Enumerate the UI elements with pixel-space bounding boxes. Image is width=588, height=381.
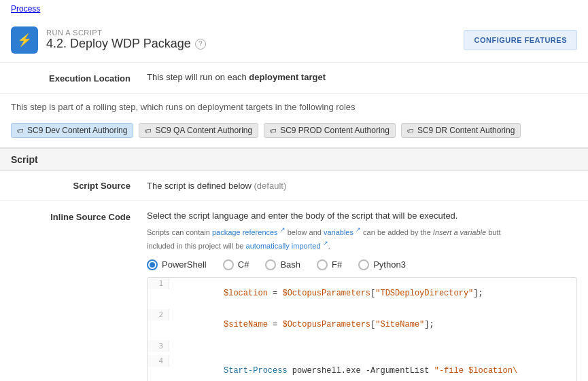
roles-description: This step is part of a rolling step, whi… — [11, 102, 577, 112]
breadcrumb-link[interactable]: Process — [11, 4, 40, 14]
tag-icon-1: 🏷 — [270, 127, 277, 134]
breadcrumb: Process — [0, 0, 588, 18]
lang-bash[interactable]: Bash — [265, 259, 300, 270]
script-source-label: Script Source — [11, 181, 147, 191]
radio-python3-circle — [358, 259, 369, 270]
line-code-4: Start-Process powershell.exe -ArgumentLi… — [169, 355, 523, 382]
inline-source-row: Inline Source Code Select the script lan… — [0, 201, 588, 381]
radio-powershell-circle — [147, 259, 158, 270]
lang-python3[interactable]: Python3 — [358, 259, 406, 270]
lang-csharp[interactable]: C# — [223, 259, 249, 270]
inline-notes: Scripts can contain package references ↗… — [147, 225, 577, 253]
configure-features-button[interactable]: CONFIGURE FEATURES — [464, 30, 577, 50]
line-code-3 — [169, 340, 185, 352]
language-selector: PowerShell C# Bash F# Python3 — [147, 259, 577, 270]
role-tag-2: 🏷 SC9 DR Content Authoring — [401, 123, 521, 138]
lang-powershell[interactable]: PowerShell — [147, 259, 207, 270]
execution-location-row: Execution Location This step will run on… — [0, 62, 588, 94]
tag-icon-0: 🏷 — [145, 127, 152, 134]
inline-source-content: Select the script language and enter the… — [147, 211, 577, 381]
ext-icon-2: ↗ — [356, 226, 361, 233]
ext-icon-3: ↗ — [323, 240, 328, 247]
help-icon[interactable]: ? — [195, 39, 206, 50]
lang-fsharp[interactable]: F# — [317, 259, 342, 270]
code-line-1: 1 $location = $OctopusParameters["TDSDep… — [148, 278, 576, 309]
line-num-4: 4 — [148, 355, 169, 367]
role-tag-0: 🏷 SC9 QA Content Authoring — [139, 123, 258, 138]
tag-icon-2: 🏷 — [407, 127, 414, 134]
step-title: 4.2. Deploy WDP Package ? — [46, 37, 206, 51]
step-meta: RUN A SCRIPT 4.2. Deploy WDP Package ? — [46, 29, 206, 51]
code-line-4: 4 Start-Process powershell.exe -Argument… — [148, 355, 576, 382]
radio-csharp-circle — [223, 259, 234, 270]
execution-location-content: This step will run on each deployment ta… — [147, 72, 577, 82]
line-num-1: 1 — [148, 278, 169, 289]
code-editor[interactable]: 1 $location = $OctopusParameters["TDSDep… — [147, 277, 577, 382]
ext-icon-1: ↗ — [280, 226, 286, 233]
line-code-1: $location = $OctopusParameters["TDSDeplo… — [169, 278, 489, 309]
variables-link[interactable]: variables ↗ — [324, 228, 361, 236]
script-source-content: The script is defined below (default) — [147, 181, 577, 191]
script-source-row: Script Source The script is defined belo… — [0, 171, 588, 201]
line-code-2: $siteName = $OctopusParameters["SiteName… — [169, 309, 440, 340]
tag-icon-primary: 🏷 — [17, 127, 24, 134]
code-line-2: 2 $siteName = $OctopusParameters["SiteNa… — [148, 309, 576, 340]
radio-bash-circle — [265, 259, 276, 270]
script-section-header: Script — [0, 148, 588, 171]
line-num-2: 2 — [148, 309, 169, 321]
role-tag-1: 🏷 SC9 PROD Content Authoring — [264, 123, 396, 138]
execution-location-label: Execution Location — [11, 72, 147, 84]
package-references-link[interactable]: package references ↗ — [212, 228, 286, 236]
step-type-label: RUN A SCRIPT — [46, 29, 206, 37]
step-icon: ⚡ — [11, 26, 38, 54]
code-line-3: 3 — [148, 340, 576, 355]
auto-import-link[interactable]: automatically imported ↗ — [246, 242, 328, 250]
radio-fsharp-circle — [317, 259, 328, 270]
inline-description: Select the script language and enter the… — [147, 211, 577, 221]
top-bar: ⚡ RUN A SCRIPT 4.2. Deploy WDP Package ?… — [0, 18, 588, 62]
line-num-3: 3 — [148, 340, 169, 352]
role-tag-primary: 🏷 SC9 Dev Content Authoring — [11, 123, 133, 138]
inline-source-label: Inline Source Code — [11, 211, 147, 222]
roles-row: This step is part of a rolling step, whi… — [0, 94, 588, 148]
